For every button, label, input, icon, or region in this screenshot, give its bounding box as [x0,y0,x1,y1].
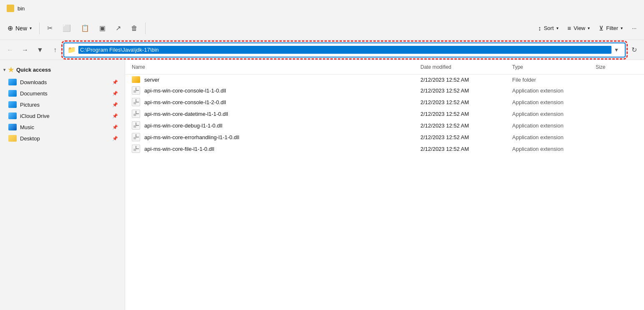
cut-icon: ✂ [47,24,53,32]
downloads-pin-icon: 📌 [112,80,118,85]
sort-chevron-icon: ▾ [556,26,558,30]
table-row[interactable]: api-ms-win-core-debug-l1-1-0.dll 2/12/20… [125,120,644,131]
file-name: api-ms-win-core-errorhandling-l1-1-0.dll [132,133,420,141]
table-row[interactable]: api-ms-win-core-console-l1-1-0.dll 2/12/… [125,85,644,96]
file-type: Application extension [512,88,596,94]
plus-icon: ⊕ [8,24,13,32]
copy-button[interactable]: ⬜ [58,21,75,36]
delete-button[interactable]: 🗑 [127,21,142,36]
file-name: api-ms-win-core-file-l1-1-0.dll [132,145,420,153]
col-name[interactable]: Name [132,62,420,72]
file-name: api-ms-win-core-debug-l1-1-0.dll [132,121,420,130]
copy-icon: ⬜ [63,24,71,32]
file-type: Application extension [512,146,596,152]
sidebar-item-pictures[interactable]: Pictures 📌 [2,99,123,110]
file-date: 2/12/2023 12:52 AM [420,146,512,152]
cut-button[interactable]: ✂ [43,21,57,36]
view-label: View [574,25,585,31]
file-type: Application extension [512,111,596,117]
sidebar-item-downloads[interactable]: Downloads 📌 [2,77,123,88]
dll-icon [132,145,140,153]
table-row[interactable]: api-ms-win-core-console-l1-2-0.dll 2/12/… [125,96,644,108]
icloud-pin-icon: 📌 [112,113,118,119]
toolbar-right: ↕ Sort ▾ ≡ View ▾ ⊻ Filter ▾ ··· [534,21,641,36]
pictures-pin-icon: 📌 [112,102,118,108]
file-date: 2/12/2023 12:52 AM [420,88,512,94]
table-row[interactable]: api-ms-win-core-file-l1-1-0.dll 2/12/202… [125,143,644,155]
dll-icon [132,98,140,106]
file-date: 2/12/2023 12:52 AM [420,77,512,83]
filter-label: Filter [606,25,618,31]
sidebar-item-desktop[interactable]: Desktop 📌 [2,133,123,144]
file-name: api-ms-win-core-console-l1-1-0.dll [132,86,420,95]
dll-icon [132,86,140,95]
sort-icon: ↕ [538,25,541,32]
documents-pin-icon: 📌 [112,91,118,96]
rename-button[interactable]: ▣ [95,21,110,36]
sidebar-item-downloads-label: Downloads [20,79,47,85]
col-type[interactable]: Type [512,62,596,72]
file-date: 2/12/2023 12:52 AM [420,134,512,140]
sidebar-item-music-label: Music [20,124,34,130]
music-pin-icon: 📌 [112,125,118,130]
recent-button[interactable]: ▼ [33,43,47,57]
new-button[interactable]: ⊕ New ▾ [3,21,36,36]
file-type: Application extension [512,134,596,140]
view-button[interactable]: ≡ View ▾ [564,21,594,36]
downloads-folder-icon [8,79,17,85]
file-date: 2/12/2023 12:52 AM [420,122,512,129]
col-date[interactable]: Date modified [420,62,512,72]
dll-icon [132,110,140,118]
more-button[interactable]: ··· [628,21,641,36]
desktop-folder-icon [8,135,17,142]
share-button[interactable]: ↗ [111,21,125,36]
music-folder-icon [8,124,17,130]
file-list-header: Name Date modified Type Size [125,60,644,75]
delete-icon: 🗑 [131,25,138,32]
forward-button[interactable]: → [18,43,32,57]
up-button[interactable]: ↑ [48,43,62,57]
address-dropdown-button[interactable]: ▼ [611,45,621,55]
pictures-folder-icon [8,101,17,108]
table-row[interactable]: api-ms-win-core-datetime-l1-1-0.dll 2/12… [125,108,644,120]
new-chevron-icon: ▾ [30,26,32,30]
refresh-button[interactable]: ↻ [627,43,641,57]
address-bar-row: ← → ▼ ↑ 📁 ▼ ↻ [0,40,644,60]
sidebar-item-desktop-label: Desktop [20,135,40,142]
file-rows-container: server 2/12/2023 12:52 AM File folder ap… [125,75,644,155]
sidebar-item-documents[interactable]: Documents 📌 [2,88,123,99]
toolbar: ⊕ New ▾ ✂ ⬜ 📋 ▣ ↗ 🗑 ↕ Sort ▾ ≡ View ▾ ⊻ … [0,17,644,40]
table-row[interactable]: api-ms-win-core-errorhandling-l1-1-0.dll… [125,131,644,143]
documents-folder-icon [8,90,17,97]
filter-chevron-icon: ▾ [621,26,623,30]
dll-icon [132,133,140,141]
toolbar-separator-2 [145,22,146,34]
file-date: 2/12/2023 12:52 AM [420,111,512,117]
more-icon: ··· [632,25,636,31]
filter-button[interactable]: ⊻ Filter ▾ [595,21,627,36]
filter-icon: ⊻ [599,25,604,32]
main-content: ▾ ★ Quick access Downloads 📌 Documents 📌… [0,60,644,310]
window-title: bin [18,5,25,12]
quick-access-star-icon: ★ [8,66,14,74]
rename-icon: ▣ [99,24,106,32]
sort-button[interactable]: ↕ Sort ▾ [534,21,562,36]
sidebar-item-pictures-label: Pictures [20,102,40,108]
desktop-pin-icon: 📌 [112,136,118,141]
table-row[interactable]: server 2/12/2023 12:52 AM File folder [125,75,644,85]
paste-button[interactable]: 📋 [77,21,93,36]
sidebar-item-music[interactable]: Music 📌 [2,122,123,132]
quick-access-section[interactable]: ▾ ★ Quick access [0,63,125,76]
sidebar: ▾ ★ Quick access Downloads 📌 Documents 📌… [0,60,125,310]
col-size[interactable]: Size [596,62,637,72]
window-folder-icon [7,5,14,12]
address-input[interactable] [78,46,611,54]
toolbar-separator-1 [39,22,40,34]
file-name: api-ms-win-core-console-l1-2-0.dll [132,98,420,106]
address-bar[interactable]: 📁 ▼ [63,42,626,58]
back-button[interactable]: ← [3,43,17,57]
sidebar-item-icloud[interactable]: iCloud Drive 📌 [2,110,123,121]
title-bar: bin [0,0,644,17]
share-icon: ↗ [116,24,121,32]
file-type: Application extension [512,122,596,129]
